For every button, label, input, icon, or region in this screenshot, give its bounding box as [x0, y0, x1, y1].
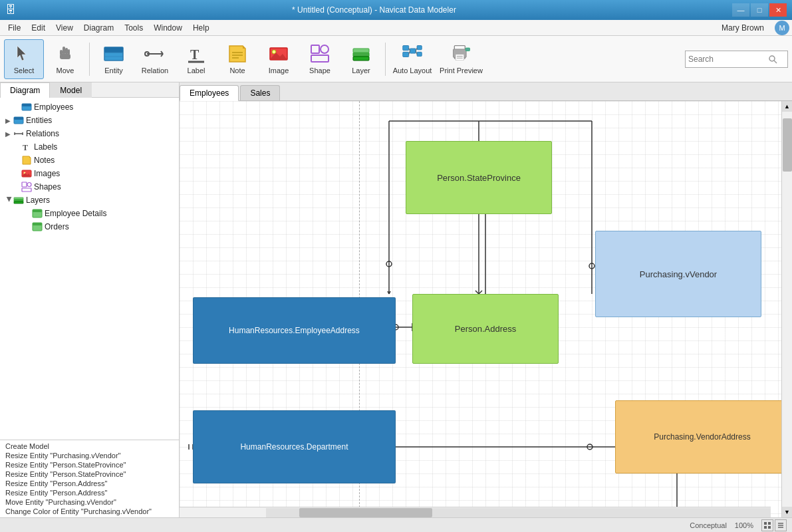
- close-button[interactable]: ✕: [769, 3, 787, 17]
- h-scrollbar[interactable]: [180, 507, 771, 517]
- tree-employee-details[interactable]: Employee Details: [0, 207, 179, 220]
- entity-state-province[interactable]: Person.StateProvince: [406, 141, 552, 214]
- orders-icon: [32, 221, 43, 232]
- svg-point-84: [589, 263, 594, 269]
- svg-rect-99: [768, 522, 771, 525]
- window-title: * Untitled (Conceptual) - Navicat Data M…: [16, 5, 732, 15]
- svg-point-80: [386, 261, 392, 267]
- diagram-tab-employees[interactable]: Employees: [180, 85, 239, 101]
- note-tool[interactable]: Note: [217, 39, 257, 79]
- tree: Employees ▶ Entities ▶ Relations: [0, 98, 179, 440]
- svg-line-46: [774, 61, 777, 63]
- scroll-up-button[interactable]: ▲: [782, 101, 793, 112]
- tree-relations-label: Relations: [26, 129, 59, 138]
- tree-entities[interactable]: ▶ Entities: [0, 114, 179, 127]
- entity-state-province-label: Person.StateProvince: [437, 173, 521, 183]
- entity-purchasing-vendor-address-label: Purchasing.VendorAddress: [654, 432, 750, 442]
- svg-rect-41: [456, 55, 463, 61]
- move-tool[interactable]: Move: [45, 39, 85, 79]
- label-tool[interactable]: T Label: [176, 39, 216, 79]
- scroll-down-button[interactable]: ▼: [782, 507, 793, 517]
- tab-diagram[interactable]: Diagram: [0, 82, 50, 98]
- history-5[interactable]: Resize Entity "Person.Address": [0, 488, 179, 497]
- entity-employee-address[interactable]: HumanResources.EmployeeAddress: [193, 297, 396, 364]
- history-4[interactable]: Resize Entity "Person.Address": [0, 479, 179, 488]
- shape-tool[interactable]: Shape: [300, 39, 340, 79]
- entity-icon: [103, 43, 124, 65]
- tree-orders-label: Orders: [45, 222, 69, 231]
- history-1[interactable]: Resize Entity "Purchasing.vVendor": [0, 451, 179, 460]
- user-name: Mary Brown: [716, 22, 769, 34]
- h-scroll-thumb[interactable]: [299, 508, 432, 517]
- relations-icon: [13, 128, 24, 139]
- entity-tool[interactable]: Entity: [94, 39, 134, 79]
- tree-notes[interactable]: Notes: [0, 154, 179, 167]
- menu-edit[interactable]: Edit: [26, 22, 51, 34]
- canvas[interactable]: Person.StateProvince Purchasing.vVendor …: [180, 101, 781, 517]
- svg-line-81: [389, 291, 390, 294]
- select-label: Select: [14, 66, 35, 74]
- print-preview-tool[interactable]: Print Preview: [436, 39, 486, 79]
- menu-view[interactable]: View: [51, 22, 78, 34]
- menu-file[interactable]: File: [3, 22, 26, 34]
- v-scroll-track[interactable]: [782, 112, 793, 507]
- history-2[interactable]: Resize Entity "Person.StateProvince": [0, 460, 179, 469]
- status-icon-list[interactable]: [775, 519, 787, 531]
- entity-purchasing-vvendor[interactable]: Purchasing.vVendor: [595, 231, 761, 317]
- shapes-icon: [21, 182, 32, 192]
- note-icon: [227, 43, 248, 65]
- tree-labels[interactable]: T Labels: [0, 140, 179, 154]
- menu-window[interactable]: Window: [148, 22, 188, 34]
- entity-label: Entity: [104, 66, 123, 74]
- restore-button[interactable]: □: [751, 3, 768, 17]
- layer-label: Layer: [352, 66, 370, 74]
- select-tool[interactable]: Select: [4, 39, 44, 79]
- toolbar-sep-1: [89, 43, 90, 76]
- history-3[interactable]: Resize Entity "Person.StateProvince": [0, 469, 179, 479]
- print-preview-label: Print Preview: [440, 66, 483, 74]
- status-icon-grid[interactable]: [761, 519, 773, 531]
- employees-icon: [21, 102, 32, 112]
- tab-model[interactable]: Model: [50, 82, 92, 98]
- svg-marker-0: [17, 46, 26, 61]
- tree-employees[interactable]: Employees: [0, 100, 179, 114]
- relation-icon: [144, 43, 166, 65]
- entity-person-address[interactable]: Person.Address: [412, 294, 559, 364]
- app-icon: 🗄: [5, 4, 16, 16]
- tree-orders[interactable]: Orders: [0, 220, 179, 233]
- history-create-model[interactable]: Create Model: [0, 442, 179, 451]
- tree-layers[interactable]: ▶ Layers: [0, 194, 179, 207]
- entity-purchasing-vendor-address[interactable]: Purchasing.VendorAddress: [615, 400, 781, 473]
- tree-images[interactable]: Images: [0, 167, 179, 180]
- tree-shapes[interactable]: Shapes: [0, 180, 179, 194]
- status-bar: Conceptual 100%: [0, 517, 792, 532]
- image-tool[interactable]: Image: [259, 39, 299, 79]
- title-bar: 🗄 * Untitled (Conceptual) - Navicat Data…: [0, 0, 792, 20]
- relation-tool[interactable]: Relation: [135, 39, 175, 79]
- menu-diagram[interactable]: Diagram: [78, 22, 119, 34]
- diagram-tab-sales[interactable]: Sales: [240, 85, 280, 100]
- images-icon: [21, 168, 32, 179]
- svg-rect-98: [764, 522, 767, 525]
- expand-arrow: ▶: [6, 196, 13, 204]
- history-7[interactable]: Change Color of Entity "Purchasing.vVend…: [0, 507, 179, 516]
- svg-rect-65: [14, 201, 23, 203]
- history-6[interactable]: Move Entity "Purchasing.vVendor": [0, 497, 179, 507]
- image-label: Image: [269, 66, 289, 74]
- auto-layout-label: Auto Layout: [393, 66, 432, 74]
- svg-rect-27: [353, 53, 369, 57]
- tree-relations[interactable]: ▶ Relations: [0, 127, 179, 140]
- tree-notes-label: Notes: [34, 156, 55, 165]
- diagram-tabs: Employees Sales: [180, 82, 792, 101]
- v-scroll-thumb[interactable]: [783, 118, 792, 172]
- layer-tool[interactable]: Layer: [341, 39, 381, 79]
- auto-layout-tool[interactable]: Auto Layout: [390, 39, 435, 79]
- menu-help[interactable]: Help: [188, 22, 215, 34]
- v-scrollbar[interactable]: ▲ ▼: [781, 101, 792, 517]
- window-controls: — □ ✕: [732, 3, 787, 17]
- minimize-button[interactable]: —: [732, 3, 749, 17]
- menu-tools[interactable]: Tools: [119, 22, 148, 34]
- search-input[interactable]: [688, 55, 768, 64]
- search-box: [685, 51, 788, 68]
- entity-hr-department[interactable]: HumanResources.Department: [193, 410, 396, 483]
